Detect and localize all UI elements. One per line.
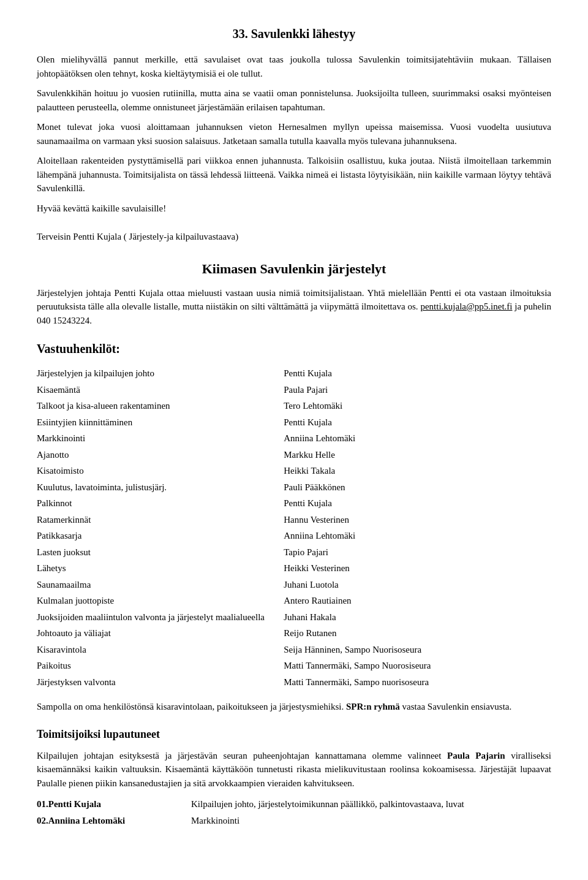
- responsibility-role: Järjestelyjen ja kilpailujen johto: [37, 365, 284, 382]
- bottom-note-text: Sampolla on oma henkilöstönsä kisaravint…: [37, 702, 344, 711]
- responsibility-row: Juoksijoiden maaliintulon valvonta ja jä…: [37, 609, 551, 626]
- bottom-note-end2: vastaa Savulenkin ensiavusta.: [402, 702, 512, 711]
- responsibility-role: Kisatoimisto: [37, 463, 284, 479]
- responsibility-person: Juhani Hakala: [284, 609, 551, 626]
- responsibility-row: Kuulutus, lavatoiminta, julistusjärj.Pau…: [37, 479, 551, 496]
- responsibility-row: Järjestyksen valvontaMatti Tannermäki, S…: [37, 674, 551, 691]
- responsibility-row: Talkoot ja kisa-alueen rakentaminenTero …: [37, 398, 551, 414]
- responsibility-row: Lasten juoksutTapio Pajari: [37, 544, 551, 561]
- toimitsijoiksi-title: Toimitsijoiksi lupautuneet: [37, 726, 551, 743]
- responsibility-row: SaunamaailmaJuhani Luotola: [37, 577, 551, 593]
- responsibility-person: Matti Tannermäki, Sampo nuorisoseura: [284, 674, 551, 691]
- responsibility-row: PatikkasarjaAnniina Lehtomäki: [37, 528, 551, 544]
- responsibility-row: RatamerkinnätHannu Vesterinen: [37, 512, 551, 528]
- responsibility-role: Kulmalan juottopiste: [37, 593, 284, 609]
- toimitsijoiksi-paragraph: Kilpailujen johtajan esityksestä ja järj…: [37, 749, 551, 791]
- responsibility-role: Paikoitus: [37, 658, 284, 674]
- paragraph-3: Monet tulevat joka vuosi aloittamaan juh…: [37, 120, 551, 148]
- paragraph-5: Hyvää kevättä kaikille savulaisille!: [37, 202, 551, 216]
- responsibility-person: Pentti Kujala: [284, 495, 551, 512]
- responsibility-person: Pauli Pääkkönen: [284, 479, 551, 496]
- responsibility-person: Heikki Takala: [284, 463, 551, 479]
- responsibility-row: Järjestelyjen ja kilpailujen johtoPentti…: [37, 365, 551, 382]
- responsibility-row: KisatoimistoHeikki Takala: [37, 463, 551, 479]
- person-role: Kilpailujen johto, järjestelytoimikunnan…: [191, 796, 551, 813]
- paragraph-2: Savulenkkihän hoituu jo vuosien rutiinil…: [37, 86, 551, 114]
- paragraph-1: Olen mielihyvällä pannut merkille, että …: [37, 53, 551, 80]
- responsibility-role: Palkinnot: [37, 495, 284, 512]
- responsibility-role: Saunamaailma: [37, 577, 284, 593]
- email-link[interactable]: pentti.kujala@pp5.inet.fi: [420, 302, 512, 311]
- responsibility-person: Pentti Kujala: [284, 365, 551, 382]
- responsibility-person: Paula Pajari: [284, 382, 551, 398]
- responsibility-person: Matti Tannermäki, Sampo Nuorosiseura: [284, 658, 551, 674]
- responsibility-role: Johtoauto ja väliajat: [37, 625, 284, 642]
- responsibility-person: Anniina Lehtomäki: [284, 430, 551, 447]
- toimitsijoiksi-text: Kilpailujen johtajan esityksestä ja järj…: [37, 751, 441, 761]
- person-table: 01.Pentti KujalaKilpailujen johto, järje…: [37, 796, 551, 829]
- responsibility-person: Tero Lehtomäki: [284, 398, 551, 414]
- responsibility-row: MarkkinointiAnniina Lehtomäki: [37, 430, 551, 447]
- responsibility-person: Anniina Lehtomäki: [284, 528, 551, 544]
- responsibility-role: Ratamerkinnät: [37, 512, 284, 528]
- toimitsijoiksi-bold1b: Paula Pajarin: [447, 751, 505, 761]
- responsibility-row: KisaemäntäPaula Pajari: [37, 382, 551, 398]
- section-title: Kiimasen Savulenkin järjestelyt: [37, 259, 551, 279]
- responsibility-row: KisaravintolaSeija Hänninen, Sampo Nuori…: [37, 642, 551, 658]
- responsibility-row: AjanottoMarkku Helle: [37, 447, 551, 463]
- person-role: Markkinointi: [191, 813, 551, 829]
- bottom-note: Sampolla on oma henkilöstönsä kisaravint…: [37, 700, 551, 714]
- person-number-name: 02.Anniina Lehtomäki: [37, 813, 191, 829]
- paragraph-4: Aloitellaan rakenteiden pystyttämisellä …: [37, 154, 551, 195]
- person-row: 02.Anniina LehtomäkiMarkkinointi: [37, 813, 551, 829]
- person-row: 01.Pentti KujalaKilpailujen johto, järje…: [37, 796, 551, 813]
- responsibility-row: LähetysHeikki Vesterinen: [37, 560, 551, 577]
- responsibility-row: PaikoitusMatti Tannermäki, Sampo Nuorosi…: [37, 658, 551, 674]
- responsibility-role: Markkinointi: [37, 430, 284, 447]
- responsibility-person: Hannu Vesterinen: [284, 512, 551, 528]
- responsibility-person: Antero Rautiainen: [284, 593, 551, 609]
- responsibility-role: Esiintyjien kiinnittäminen: [37, 414, 284, 431]
- signature: Terveisin Pentti Kujala ( Järjestely-ja …: [37, 230, 551, 244]
- responsibility-row: PalkinnotPentti Kujala: [37, 495, 551, 512]
- responsibility-table: Järjestelyjen ja kilpailujen johtoPentti…: [37, 365, 551, 690]
- responsibility-role: Kisaemäntä: [37, 382, 284, 398]
- responsibility-role: Ajanotto: [37, 447, 284, 463]
- person-number-name: 01.Pentti Kujala: [37, 796, 191, 813]
- responsibility-role: Lähetys: [37, 560, 284, 577]
- responsibility-role: Juoksijoiden maaliintulon valvonta ja jä…: [37, 609, 284, 626]
- responsibility-role: Kisaravintola: [37, 642, 284, 658]
- responsibility-person: Seija Hänninen, Sampo Nuorisoseura: [284, 642, 551, 658]
- responsibility-role: Patikkasarja: [37, 528, 284, 544]
- responsibility-person: Markku Helle: [284, 447, 551, 463]
- responsibility-row: Johtoauto ja väliajatReijo Rutanen: [37, 625, 551, 642]
- page-title: 33. Savulenkki lähestyy: [37, 25, 551, 43]
- responsibility-person: Pentti Kujala: [284, 414, 551, 431]
- responsibility-person: Juhani Luotola: [284, 577, 551, 593]
- intro-paragraph: Järjestelyjen johtaja Pentti Kujala otta…: [37, 286, 551, 328]
- responsibility-role: Lasten juoksut: [37, 544, 284, 561]
- bottom-note-bold: SPR:n ryhmä: [346, 702, 400, 711]
- responsibility-person: Heikki Vesterinen: [284, 560, 551, 577]
- responsibility-row: Esiintyjien kiinnittäminenPentti Kujala: [37, 414, 551, 431]
- responsibility-role: Talkoot ja kisa-alueen rakentaminen: [37, 398, 284, 414]
- responsibility-person: Tapio Pajari: [284, 544, 551, 561]
- responsibility-person: Reijo Rutanen: [284, 625, 551, 642]
- vastuuhenkilot-title: Vastuuhenkilöt:: [37, 339, 551, 358]
- responsibility-role: Järjestyksen valvonta: [37, 674, 284, 691]
- responsibility-row: Kulmalan juottopisteAntero Rautiainen: [37, 593, 551, 609]
- responsibility-role: Kuulutus, lavatoiminta, julistusjärj.: [37, 479, 284, 496]
